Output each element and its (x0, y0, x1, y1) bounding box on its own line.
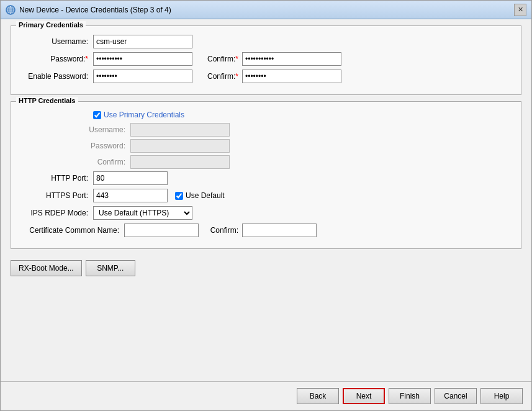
use-default-group: Use Default (175, 191, 225, 200)
username-label: Username: (19, 37, 93, 46)
use-default-label[interactable]: Use Default (186, 191, 225, 200)
use-default-checkbox[interactable] (175, 192, 183, 200)
username-row: Username: (19, 35, 513, 48)
footer: Back Next Finish Cancel Help (1, 381, 531, 410)
password-input[interactable] (93, 52, 192, 66)
help-button[interactable]: Help (480, 388, 523, 404)
confirm-password-input[interactable] (242, 52, 341, 66)
http-password-row: Password: (19, 139, 513, 153)
https-port-input[interactable] (93, 189, 168, 202)
cert-confirm-label: Confirm: (205, 226, 242, 235)
confirm-enable-group: Confirm:* (205, 70, 341, 83)
http-username-label: Username: (19, 125, 130, 134)
cert-input[interactable] (124, 224, 199, 237)
snmp-button[interactable]: SNMP... (86, 260, 135, 276)
close-button[interactable]: ✕ (514, 4, 526, 16)
primary-credentials-inner: Username: Password:* Confirm:* (19, 35, 513, 83)
next-button[interactable]: Next (343, 388, 385, 404)
use-primary-checkbox[interactable] (93, 111, 101, 119)
primary-credentials-title: Primary Credentials (16, 21, 86, 29)
https-port-row: HTTPS Port: Use Default (19, 189, 513, 202)
https-port-label: HTTPS Port: (19, 191, 93, 200)
cancel-button[interactable]: Cancel (435, 388, 477, 404)
finish-button[interactable]: Finish (389, 388, 431, 404)
use-primary-row: Use Primary Credentials (93, 111, 513, 119)
http-credentials-title: HTTP Credentials (16, 97, 78, 104)
http-confirm-input[interactable] (130, 155, 230, 169)
http-credentials-section: HTTP Credentials Use Primary Credentials… (11, 101, 521, 249)
http-credentials-inner: Use Primary Credentials Username: Passwo… (19, 111, 513, 237)
ips-rdep-label: IPS RDEP Mode: (19, 209, 93, 217)
cert-confirm-input[interactable] (242, 224, 317, 237)
http-username-input[interactable] (130, 123, 230, 137)
ips-rdep-select[interactable]: Use Default (HTTPS) HTTP HTTPS (93, 206, 192, 220)
http-port-input[interactable] (93, 171, 168, 185)
back-button[interactable]: Back (297, 388, 339, 404)
confirm-password-label: Confirm:* (205, 55, 242, 63)
rx-boot-button[interactable]: RX-Boot Mode... (11, 260, 82, 276)
confirm-enable-input[interactable] (242, 70, 341, 83)
http-port-label: HTTP Port: (19, 174, 93, 183)
enable-password-input[interactable] (93, 70, 192, 83)
cert-confirm-group: Confirm: (205, 224, 317, 237)
username-input[interactable] (93, 35, 192, 48)
use-primary-label[interactable]: Use Primary Credentials (104, 111, 184, 119)
cert-label: Certificate Common Name: (19, 226, 124, 235)
content-area: Primary Credentials Username: Password:*… (1, 19, 531, 381)
http-port-row: HTTP Port: (19, 171, 513, 185)
confirm-enable-label: Confirm:* (205, 72, 242, 81)
globe-icon (6, 5, 16, 15)
title-bar: New Device - Device Credentials (Step 3 … (1, 1, 531, 19)
main-window: New Device - Device Credentials (Step 3 … (0, 0, 532, 411)
http-confirm-row: Confirm: (19, 155, 513, 169)
password-label: Password:* (19, 55, 93, 63)
http-password-input[interactable] (130, 139, 230, 153)
ips-rdep-row: IPS RDEP Mode: Use Default (HTTPS) HTTP … (19, 206, 513, 220)
primary-credentials-section: Primary Credentials Username: Password:*… (11, 25, 521, 95)
enable-password-row: Enable Password: Confirm:* (19, 70, 513, 83)
confirm-password-group: Confirm:* (205, 52, 341, 66)
cert-row: Certificate Common Name: Confirm: (19, 224, 513, 237)
http-username-row: Username: (19, 123, 513, 137)
title-text: New Device - Device Credentials (Step 3 … (19, 6, 171, 14)
title-bar-left: New Device - Device Credentials (Step 3 … (6, 5, 171, 15)
http-confirm-label: Confirm: (19, 158, 130, 166)
http-password-label: Password: (19, 142, 130, 150)
enable-password-label: Enable Password: (19, 72, 93, 81)
extra-buttons-area: RX-Boot Mode... SNMP... (11, 255, 521, 279)
password-row: Password:* Confirm:* (19, 52, 513, 66)
